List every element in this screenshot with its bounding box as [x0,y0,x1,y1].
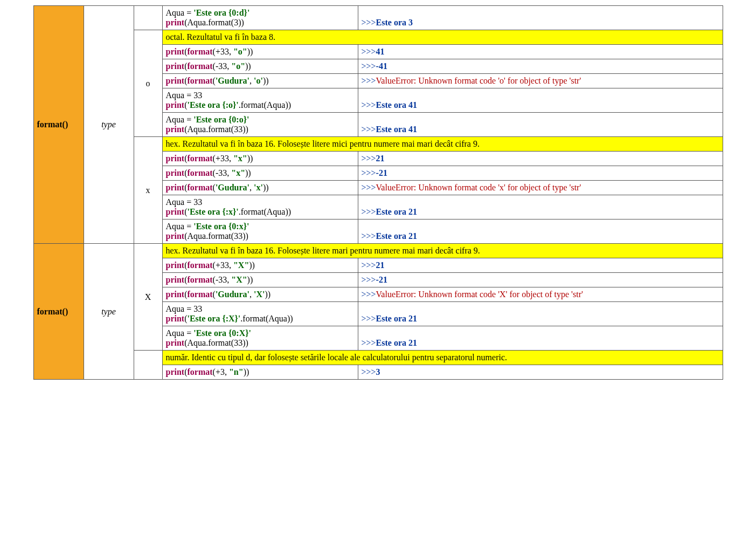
spec-cap-x: X [134,244,162,351]
code-n-r1: print(format(+3, "n")) [162,365,358,380]
code-x-r4: Aqua = 33print('Este ora {:x}'.format(Aq… [162,195,358,220]
desc-o: octal. Rezultatul va fi în baza 8. [162,30,723,45]
code-cap-x-r3: print(format('Gudura', 'X')) [162,287,358,302]
code-x-r2: print(format(-33, "x")) [162,166,358,181]
code-cap-x-r1: print(format(+33, "X")) [162,258,358,273]
func-label-2: format() [33,244,84,380]
code-o-r5: Aqua = 'Este ora {0:o}'print(Aqua.format… [162,113,358,137]
desc-cap-x: hex. Rezultatul va fi în baza 16. Folose… [162,244,723,258]
out-cap-x-r2: >>>-21 [358,273,723,287]
out-cap-x-r5: >>>Este ora 21 [358,326,723,351]
format-table: format() type Aqua = 'Este ora {0:d}' pr… [33,5,723,380]
param-label-2: type [84,244,134,380]
code-o-r2: print(format(-33, "o")) [162,59,358,74]
out-n-r1: >>>3 [358,365,723,380]
code-x-r1: print(format(+33, "x")) [162,152,358,166]
out-o-r4: >>>Este ora 41 [358,88,723,113]
spec-x: x [134,137,162,244]
code-o-r3: print(format('Gudura', 'o')) [162,74,358,88]
code-x-r5: Aqua = 'Este ora {0:x}'print(Aqua.format… [162,220,358,244]
code-d-r5: Aqua = 'Este ora {0:d}' print(Aqua.forma… [162,6,358,30]
out-o-r2: >>>-41 [358,59,723,74]
desc-x: hex. Rezultatul va fi în baza 16. Folose… [162,137,723,152]
out-x-r4: >>>Este ora 21 [358,195,723,220]
param-label-1: type [84,6,134,244]
code-x-r3: print(format('Gudura', 'x')) [162,181,358,195]
out-cap-x-r1: >>>21 [358,258,723,273]
out-d-r5: >>>Este ora 3 [358,6,723,30]
code-o-r1: print(format(+33, "o")) [162,45,358,59]
code-cap-x-r2: print(format(-33, "X")) [162,273,358,287]
desc-n: număr. Identic cu tipul d, dar folosește… [162,351,723,365]
out-o-r5: >>>Este ora 41 [358,113,723,137]
func-label-1: format() [33,6,84,244]
code-cap-x-r4: Aqua = 33print('Este ora {:X}'.format(Aq… [162,302,358,326]
spec-d-tail [134,6,162,30]
spec-o: o [134,30,162,137]
out-x-r3: >>>ValueError: Unknown format code 'x' f… [358,181,723,195]
out-cap-x-r3: >>>ValueError: Unknown format code 'X' f… [358,287,723,302]
code-o-r4: Aqua = 33print('Este ora {:o}'.format(Aq… [162,88,358,113]
out-cap-x-r4: >>>Este ora 21 [358,302,723,326]
out-o-r3: >>>ValueError: Unknown format code 'o' f… [358,74,723,88]
out-x-r1: >>>21 [358,152,723,166]
code-cap-x-r5: Aqua = 'Este ora {0:X}'print(Aqua.format… [162,326,358,351]
spec-n [134,351,162,380]
out-x-r5: >>>Este ora 21 [358,220,723,244]
out-x-r2: >>>-21 [358,166,723,181]
out-o-r1: >>>41 [358,45,723,59]
